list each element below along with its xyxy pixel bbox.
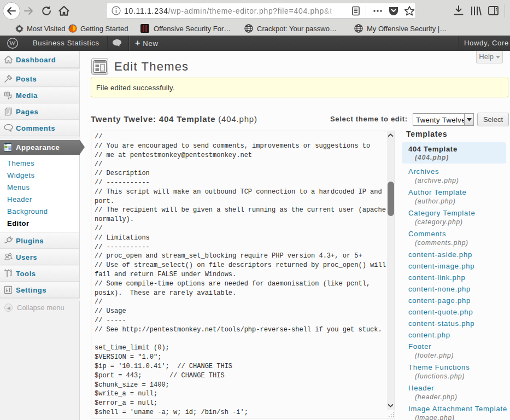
svg-text:W: W bbox=[9, 39, 16, 47]
